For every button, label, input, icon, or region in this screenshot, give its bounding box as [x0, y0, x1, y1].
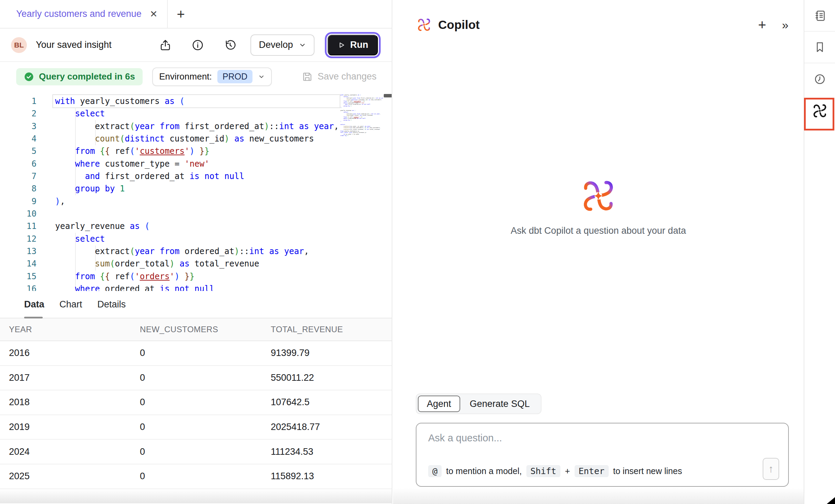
copilot-actions: + »: [758, 18, 788, 32]
column-header-total-revenue: TOTAL_REVENUE: [271, 325, 392, 334]
mode-generate-sql-button[interactable]: Generate SQL: [460, 396, 539, 412]
send-icon[interactable]: ↑: [763, 458, 779, 480]
collapse-panel-icon[interactable]: »: [782, 19, 788, 31]
table-row[interactable]: 20180107642.5: [0, 390, 392, 415]
tab-bar: Yearly customers and revenue ✕ +: [0, 0, 392, 29]
insight-title: Your saved insight: [36, 40, 112, 50]
code-line[interactable]: 3 extract(year from first_ordered_at)::i…: [0, 120, 392, 133]
copilot-panel: Copilot + » Ask dbt Copilot a question a…: [393, 0, 804, 504]
hint-plus-text: +: [565, 466, 570, 476]
copilot-mode-toggle: Agent Generate SQL: [416, 393, 542, 414]
copilot-sidebar-button[interactable]: [804, 95, 835, 127]
at-icon: @: [428, 465, 442, 477]
code-line[interactable]: 11yearly_revenue as (: [0, 220, 392, 232]
editor-scrollbar-thumb[interactable]: [384, 94, 392, 97]
table-row[interactable]: 20250115892.13: [0, 464, 392, 489]
code-lines: 1with yearly_customers as (2 select3 ext…: [0, 95, 392, 291]
hint-newlines-text: to insert new lines: [613, 466, 682, 476]
query-status-badge: Query completed in 6s: [16, 68, 143, 85]
environment-selector[interactable]: Environment: PROD: [152, 67, 272, 86]
code-line[interactable]: 12 select: [0, 233, 392, 245]
status-bar: Query completed in 6s Environment: PROD …: [0, 62, 392, 91]
environment-label: Environment:: [159, 71, 212, 82]
code-line[interactable]: 7 and first_ordered_at is not null: [0, 170, 392, 182]
tab-chart[interactable]: Chart: [60, 291, 82, 318]
code-line[interactable]: 14 sum(order_total) as total_revenue: [0, 258, 392, 270]
save-changes-label: Save changes: [318, 71, 377, 82]
play-icon: [337, 41, 346, 49]
code-line[interactable]: 15 from {{ ref('orders') }}: [0, 270, 392, 283]
code-line[interactable]: 13 extract(year from ordered_at)::int as…: [0, 245, 392, 258]
history-panel-button[interactable]: [804, 63, 835, 95]
query-status-text: Query completed in 6s: [39, 71, 135, 82]
close-icon[interactable]: ✕: [150, 9, 158, 20]
bookmarks-button[interactable]: [804, 32, 835, 63]
copilot-logo-icon: [813, 104, 827, 118]
code-line[interactable]: 1with yearly_customers as (: [0, 95, 392, 107]
table-row[interactable]: 20170550011.22: [0, 366, 392, 391]
develop-button[interactable]: Develop: [250, 34, 314, 56]
run-button[interactable]: Run: [328, 35, 378, 55]
copilot-logo-icon: [418, 18, 431, 31]
develop-label: Develop: [259, 40, 293, 50]
input-hint: @ to mention a model, Shift + Enter to i…: [428, 465, 682, 477]
tab-data[interactable]: Data: [24, 291, 44, 318]
results-panel: Data Chart Details YEAR NEW_CUSTOMERS TO…: [0, 291, 392, 489]
table-body: 2016091399.7920170550011.2220180107642.5…: [0, 341, 392, 489]
history-icon[interactable]: [224, 39, 237, 52]
tab-details[interactable]: Details: [97, 291, 126, 318]
enter-key-badge: Enter: [575, 465, 609, 477]
editor-minimap[interactable]: with yearly_customers as ( select extrac…: [340, 91, 383, 291]
download-icon[interactable]: [376, 298, 392, 311]
chevron-down-icon: [299, 41, 306, 49]
avatar: BL: [11, 37, 27, 53]
table-row[interactable]: 2016091399.79: [0, 341, 392, 366]
copilot-question-input[interactable]: Ask a question... @ to mention a model, …: [416, 423, 789, 487]
code-line[interactable]: 6 where customer_type = 'new': [0, 158, 392, 170]
lineage-button[interactable]: [804, 0, 835, 32]
new-chat-icon[interactable]: +: [758, 18, 766, 32]
code-line[interactable]: 2 select: [0, 107, 392, 120]
tab-yearly-customers-and-revenue[interactable]: Yearly customers and revenue ✕: [0, 0, 168, 28]
environment-value: PROD: [217, 70, 252, 83]
table-header: YEAR NEW_CUSTOMERS TOTAL_REVENUE: [0, 318, 392, 341]
minimap-content: with yearly_customers as ( select extrac…: [340, 94, 383, 137]
copilot-logo-icon: [583, 180, 614, 212]
tab-title: Yearly customers and revenue: [16, 9, 142, 19]
chevron-down-icon: [258, 73, 265, 80]
insight-toolbar: BL Your saved insight: [0, 29, 392, 62]
share-icon[interactable]: [159, 39, 172, 52]
bookmark-icon: [814, 41, 826, 53]
table-row[interactable]: 20240111234.53: [0, 440, 392, 464]
code-line[interactable]: 5 from {{ ref('customers') }}: [0, 145, 392, 157]
run-label: Run: [350, 40, 368, 50]
cursor-mark: [827, 497, 835, 504]
shift-key-badge: Shift: [526, 465, 560, 477]
column-header-new-customers: NEW_CUSTOMERS: [140, 325, 271, 334]
code-line[interactable]: 16 where ordered_at is not null: [0, 283, 392, 291]
table-row[interactable]: 201902025418.77: [0, 415, 392, 440]
code-line[interactable]: 10: [0, 208, 392, 220]
copilot-footer: [393, 488, 804, 504]
copilot-empty-text: Ask dbt Copilot a question about your da…: [393, 225, 804, 236]
code-editor[interactable]: 1with yearly_customers as (2 select3 ext…: [0, 91, 392, 291]
code-line[interactable]: 4 count(distinct customer_id) as new_cus…: [0, 133, 392, 145]
check-icon: [24, 72, 34, 82]
info-icon[interactable]: [191, 39, 204, 52]
toolbar-icons: [159, 39, 237, 52]
hint-mention-text: to mention a model,: [446, 466, 522, 476]
dbt-ide-window: Yearly customers and revenue ✕ + BL Your…: [0, 0, 835, 504]
save-changes-button[interactable]: Save changes: [302, 71, 377, 82]
new-tab-button[interactable]: +: [177, 7, 185, 21]
right-icon-strip: [804, 0, 835, 504]
column-header-year: YEAR: [9, 325, 140, 334]
mode-agent-button[interactable]: Agent: [418, 396, 460, 412]
code-line[interactable]: 9),: [0, 195, 392, 208]
copilot-header: Copilot + »: [393, 0, 804, 32]
input-placeholder: Ask a question...: [428, 432, 502, 444]
code-line[interactable]: 8 group by 1: [0, 182, 392, 195]
notebook-icon: [814, 9, 826, 22]
left-pane: Yearly customers and revenue ✕ + BL Your…: [0, 0, 392, 504]
results-tab-bar: Data Chart Details: [0, 291, 392, 318]
results-footer: [0, 489, 392, 503]
